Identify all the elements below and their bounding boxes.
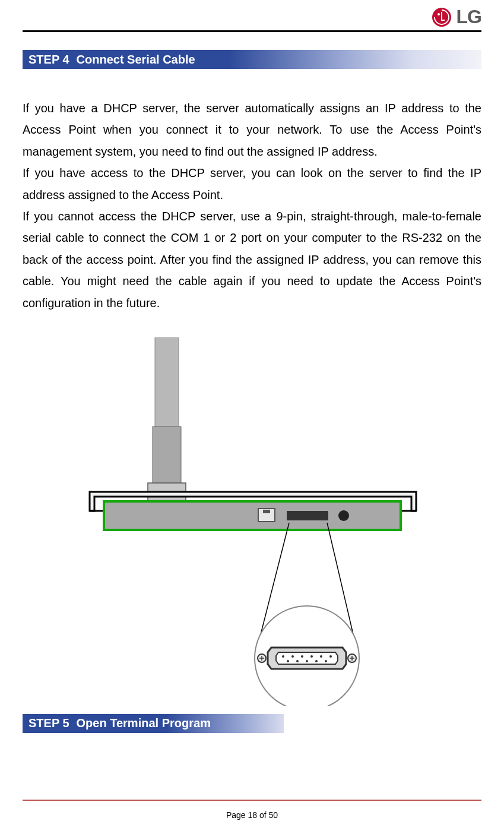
- page-number: Page 18 of 50: [0, 810, 504, 820]
- step5-title: Open Terminal Program: [77, 716, 211, 730]
- svg-rect-5: [104, 501, 401, 530]
- svg-rect-8: [287, 511, 328, 520]
- svg-point-22: [315, 660, 318, 662]
- lg-logo: LG: [432, 6, 481, 28]
- step5-prefix: STEP 5: [28, 716, 69, 730]
- svg-point-23: [325, 660, 327, 662]
- svg-rect-3: [153, 427, 181, 486]
- svg-point-19: [287, 660, 289, 662]
- paragraph-2: If you have access to the DHCP server, y…: [23, 162, 481, 206]
- step5-banner: STEP 5 Open Terminal Program: [23, 714, 284, 733]
- svg-point-20: [296, 660, 299, 662]
- svg-point-21: [306, 660, 308, 662]
- svg-point-1: [438, 13, 440, 15]
- svg-point-14: [291, 655, 294, 658]
- step4-prefix: STEP 4: [28, 53, 69, 67]
- svg-point-9: [338, 510, 349, 521]
- svg-point-13: [282, 655, 284, 658]
- paragraph-1: If you have a DHCP server, the server au…: [23, 97, 481, 162]
- svg-point-18: [329, 655, 332, 658]
- step4-title: Connect Serial Cable: [77, 53, 195, 67]
- paragraph-3: If you cannot access the DHCP server, us…: [23, 206, 481, 314]
- svg-point-16: [310, 655, 313, 658]
- lg-logo-icon: [432, 7, 452, 27]
- serial-cable-diagram: [86, 337, 419, 708]
- page-header: LG: [23, 0, 481, 30]
- svg-rect-7: [263, 510, 270, 513]
- step4-banner: STEP 4 Connect Serial Cable: [23, 50, 481, 69]
- svg-point-17: [320, 655, 322, 658]
- svg-point-15: [301, 655, 303, 658]
- footer-divider: [23, 800, 481, 801]
- header-divider: [23, 30, 481, 32]
- lg-logo-text: LG: [457, 6, 481, 28]
